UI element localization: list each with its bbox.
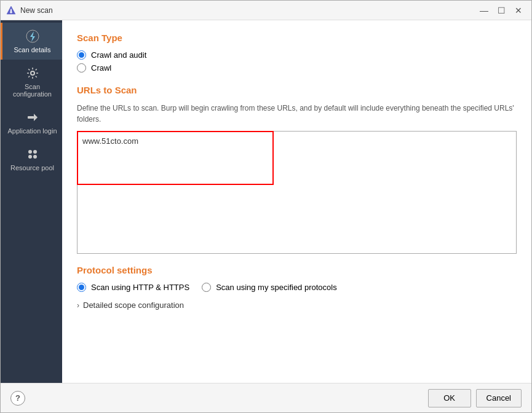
protocol-http-https[interactable]: Scan using HTTP & HTTPS xyxy=(77,283,189,292)
urls-description: Define the URLs to scan. Burp will begin… xyxy=(77,103,517,125)
sidebar-label-scan-details: Scan details xyxy=(14,46,51,53)
specified-label: Scan using my specified protocols xyxy=(216,283,337,292)
crawl-audit-label: Crawl and audit xyxy=(91,50,146,60)
crawl-label: Crawl xyxy=(91,63,111,73)
scan-type-crawl[interactable]: Crawl xyxy=(77,63,517,73)
main-content: Scan details Scan configuration xyxy=(1,20,531,383)
svg-rect-3 xyxy=(10,12,12,14)
maximize-button[interactable]: ☐ xyxy=(493,2,509,18)
gear-icon xyxy=(25,66,40,81)
app-icon xyxy=(6,5,17,16)
scan-type-radio-group: Crawl and audit Crawl xyxy=(77,50,517,73)
arrow-right-icon xyxy=(25,110,40,125)
ok-button[interactable]: OK xyxy=(428,389,471,407)
window-title: New scan xyxy=(20,6,476,15)
svg-point-9 xyxy=(28,150,32,154)
svg-point-12 xyxy=(33,155,37,159)
window-controls: — ☐ ✕ xyxy=(476,2,526,18)
svg-marker-8 xyxy=(34,114,38,121)
sidebar-item-application-login[interactable]: Application login xyxy=(1,104,62,141)
svg-rect-2 xyxy=(10,9,12,12)
bottom-left: ? xyxy=(10,391,25,406)
grid-icon xyxy=(25,147,40,162)
radio-crawl-audit[interactable] xyxy=(77,50,86,60)
main-window: New scan — ☐ ✕ Scan details xyxy=(0,0,532,413)
sidebar-label-scan-configuration: Scan configuration xyxy=(5,83,60,98)
url-outer-box: www.51cto.com xyxy=(77,131,517,254)
bottom-bar: ? OK Cancel xyxy=(1,383,531,412)
radio-specified[interactable] xyxy=(202,283,211,292)
http-https-label: Scan using HTTP & HTTPS xyxy=(91,283,189,292)
svg-rect-7 xyxy=(28,116,34,119)
protocol-radio-group: Scan using HTTP & HTTPS Scan using my sp… xyxy=(77,283,517,292)
urls-to-scan-title: URLs to Scan xyxy=(77,85,517,95)
svg-point-10 xyxy=(33,150,37,154)
bottom-right: OK Cancel xyxy=(428,389,522,407)
url-input-area: www.51cto.com xyxy=(77,131,517,254)
minimize-button[interactable]: — xyxy=(476,2,492,18)
sidebar: Scan details Scan configuration xyxy=(1,20,62,383)
close-button[interactable]: ✕ xyxy=(510,2,526,18)
content-area: Scan Type Crawl and audit Crawl URLs to … xyxy=(62,20,531,383)
radio-http-https[interactable] xyxy=(77,283,86,292)
svg-point-11 xyxy=(28,155,32,159)
scan-type-title: Scan Type xyxy=(77,33,517,43)
sidebar-item-resource-pool[interactable]: Resource pool xyxy=(1,141,62,178)
scope-config-label: Detailed scope configuration xyxy=(83,301,184,310)
title-bar: New scan — ☐ ✕ xyxy=(1,1,531,20)
help-button[interactable]: ? xyxy=(10,391,25,406)
sidebar-item-scan-details[interactable]: Scan details xyxy=(1,23,62,60)
protocol-specified[interactable]: Scan using my specified protocols xyxy=(202,283,337,292)
cancel-button[interactable]: Cancel xyxy=(476,389,522,407)
scan-type-crawl-audit[interactable]: Crawl and audit xyxy=(77,50,517,60)
svg-point-6 xyxy=(31,71,34,75)
url-textarea[interactable]: www.51cto.com xyxy=(77,132,516,253)
scope-config-row[interactable]: › Detailed scope configuration xyxy=(77,301,517,310)
sidebar-label-resource-pool: Resource pool xyxy=(10,164,54,171)
radio-crawl[interactable] xyxy=(77,63,86,73)
protocol-settings-title: Protocol settings xyxy=(77,265,517,275)
lightning-icon xyxy=(25,29,40,44)
chevron-right-icon: › xyxy=(77,301,79,310)
sidebar-item-scan-configuration[interactable]: Scan configuration xyxy=(1,60,62,104)
sidebar-label-application-login: Application login xyxy=(7,127,57,135)
